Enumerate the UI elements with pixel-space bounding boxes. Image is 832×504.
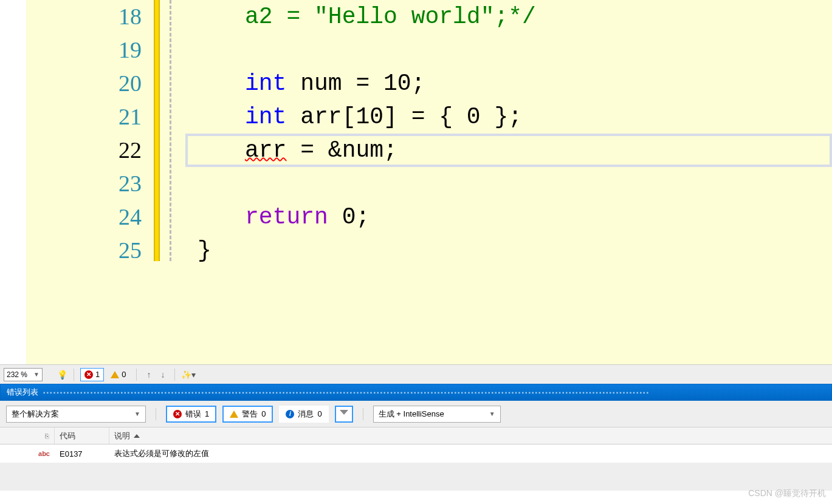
line-number-current: 22 bbox=[26, 134, 142, 167]
filter-errors-label: 错误 bbox=[185, 409, 201, 420]
filter-warnings-count: 0 bbox=[261, 409, 266, 418]
line-number: 21 bbox=[26, 100, 142, 134]
separator bbox=[363, 408, 363, 420]
column-header-desc[interactable]: 说明 bbox=[109, 427, 832, 444]
warning-icon bbox=[230, 410, 238, 418]
row-description: 表达式必须是可修改的左值 bbox=[109, 448, 832, 459]
row-code: E0137 bbox=[55, 449, 109, 458]
filter-messages-count: 0 bbox=[317, 409, 321, 418]
line-number: 18 bbox=[26, 0, 142, 33]
chevron-down-icon: ▼ bbox=[134, 410, 140, 417]
error-count: 1 bbox=[95, 370, 100, 379]
filter-messages-button[interactable]: i 消息 0 bbox=[279, 406, 328, 423]
filter-warnings-button[interactable]: 警告 0 bbox=[222, 406, 273, 423]
separator bbox=[174, 369, 175, 381]
separator bbox=[156, 408, 156, 420]
error-grid-header: ⎘ 代码 说明 bbox=[0, 427, 832, 444]
errors-chip[interactable]: ✕ 1 bbox=[80, 368, 104, 381]
code-line[interactable]: int num = 10; bbox=[190, 67, 832, 100]
editor-status-bar: 232 % ▼ 💡 ✕ 1 0 ↑ ↓ ✨▾ bbox=[0, 364, 832, 384]
code-line[interactable]: a2 = "Hello world";*/ bbox=[190, 0, 832, 33]
line-number: 19 bbox=[26, 33, 142, 67]
chevron-down-icon: ▼ bbox=[33, 371, 40, 378]
warnings-chip[interactable]: 0 bbox=[106, 368, 130, 381]
change-marker bbox=[154, 0, 160, 261]
code-line[interactable] bbox=[190, 33, 832, 67]
panel-grip: ▪▪▪▪▪▪▪▪▪▪▪▪▪▪▪▪▪▪▪▪▪▪▪▪▪▪▪▪▪▪▪▪▪▪▪▪▪▪▪▪… bbox=[43, 389, 825, 396]
row-type-icon: abc bbox=[0, 450, 55, 457]
code-cleanup-button[interactable]: ✨▾ bbox=[181, 370, 196, 380]
error-grid-empty bbox=[0, 463, 832, 491]
line-number: 23 bbox=[26, 167, 142, 200]
line-number: 24 bbox=[26, 200, 142, 234]
error-list-toolbar: 整个解决方案 ▼ ✕ 错误 1 警告 0 i 消息 0 生成 + Intelli… bbox=[0, 401, 832, 427]
code-editor[interactable]: 18 19 20 21 22 23 24 25 a2 = "Hello worl… bbox=[0, 0, 832, 364]
chevron-down-icon: ▼ bbox=[489, 410, 495, 417]
line-number-gutter: 18 19 20 21 22 23 24 25 bbox=[26, 0, 154, 364]
code-line[interactable]: } bbox=[190, 234, 832, 267]
filter-icon bbox=[340, 410, 348, 418]
zoom-level-combo[interactable]: 232 % ▼ bbox=[4, 368, 43, 381]
code-content[interactable]: a2 = "Hello world";*/ int num = 10; int … bbox=[190, 0, 832, 364]
filter-errors-count: 1 bbox=[205, 409, 209, 418]
filter-warnings-label: 警告 bbox=[242, 409, 258, 420]
lightbulb-icon[interactable]: 💡 bbox=[57, 370, 67, 380]
error-squiggle: arr bbox=[245, 134, 286, 167]
separator bbox=[136, 369, 137, 381]
change-marker-column bbox=[154, 0, 166, 364]
column-header-icon[interactable]: ⎘ bbox=[0, 427, 55, 444]
warning-count: 0 bbox=[122, 370, 126, 379]
error-icon: ✕ bbox=[84, 370, 93, 379]
scope-guide bbox=[166, 0, 190, 364]
separator bbox=[74, 369, 74, 381]
editor-left-margin bbox=[0, 0, 26, 364]
panel-title: 错误列表 bbox=[7, 387, 38, 398]
error-grid-row[interactable]: abc E0137 表达式必须是可修改的左值 bbox=[0, 444, 832, 463]
error-list-panel-header[interactable]: 错误列表 ▪▪▪▪▪▪▪▪▪▪▪▪▪▪▪▪▪▪▪▪▪▪▪▪▪▪▪▪▪▪▪▪▪▪▪… bbox=[0, 384, 832, 401]
code-line[interactable]: int arr[10] = { 0 }; bbox=[190, 100, 832, 134]
indent-guide bbox=[170, 0, 171, 261]
scope-combo[interactable]: 整个解决方案 ▼ bbox=[6, 406, 146, 423]
sort-ascending-icon bbox=[134, 434, 140, 438]
source-combo[interactable]: 生成 + IntelliSense ▼ bbox=[373, 406, 501, 423]
watermark: CSDN @睡觉待开机 bbox=[748, 488, 826, 499]
source-value: 生成 + IntelliSense bbox=[379, 409, 444, 420]
column-header-code[interactable]: 代码 bbox=[55, 427, 109, 444]
info-icon: i bbox=[286, 410, 294, 418]
filter-errors-button[interactable]: ✕ 错误 1 bbox=[166, 406, 216, 423]
prev-issue-button[interactable]: ↑ bbox=[143, 370, 154, 380]
filter-settings-button[interactable] bbox=[335, 406, 353, 423]
filter-messages-label: 消息 bbox=[298, 409, 314, 420]
error-icon: ✕ bbox=[173, 410, 182, 418]
code-line[interactable] bbox=[190, 167, 832, 200]
code-line-current[interactable]: arr = &num; bbox=[185, 134, 832, 167]
warning-icon bbox=[111, 371, 119, 378]
line-number: 25 bbox=[26, 234, 142, 267]
code-line[interactable]: return 0; bbox=[190, 200, 832, 234]
scope-value: 整个解决方案 bbox=[12, 409, 59, 420]
line-number: 20 bbox=[26, 67, 142, 100]
next-issue-button[interactable]: ↓ bbox=[157, 370, 168, 380]
zoom-value: 232 % bbox=[7, 370, 27, 379]
